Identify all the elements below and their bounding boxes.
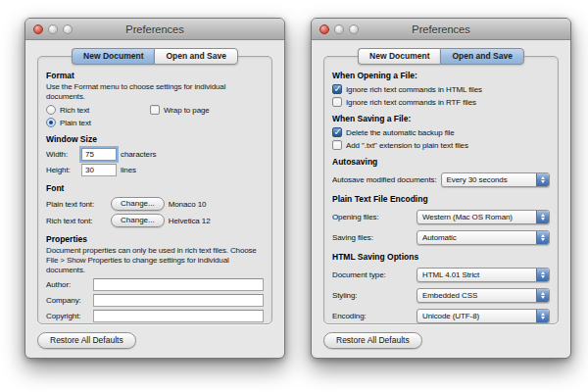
copyright-input[interactable] [93,310,264,322]
ignore-rich-html-checkbox[interactable] [332,84,342,94]
section-format: Format Use the Format menu to choose set… [46,71,264,127]
opening-files-label: Opening files: [332,213,413,221]
tab-bar: New Document Open and Save [312,48,570,65]
html-saving-heading: HTML Saving Options [332,252,550,263]
titlebar[interactable]: Preferences [25,19,284,40]
restore-defaults-button[interactable]: Restore All Defaults [37,332,136,349]
company-label: Company: [46,296,89,305]
properties-description: Document properties can only be used in … [46,246,264,275]
plain-font-value: Monaco 10 [169,200,207,209]
format-description: Use the Format menu to choose settings f… [46,82,264,102]
autosave-popup[interactable]: Every 30 seconds [441,172,550,187]
font-heading: Font [46,183,264,194]
html-encoding-label: Encoding: [332,312,413,320]
document-type-popup[interactable]: HTML 4.01 Strict [416,268,550,282]
company-input[interactable] [93,294,264,307]
section-properties: Properties Document properties can only … [46,234,264,322]
when-opening-heading: When Opening a File: [332,71,550,81]
rich-font-label: Rich text font: [46,217,107,225]
opening-files-popup[interactable]: Western (Mac OS Roman) [416,210,550,224]
saving-files-label: Saving files: [332,233,413,242]
popup-arrows-icon [536,269,549,281]
popup-arrows-icon [536,289,549,302]
tab-new-document[interactable]: New Document [358,48,440,65]
styling-popup[interactable]: Embedded CSS [416,288,550,303]
section-plain-text-encoding: Plain Text File Encoding Opening files: … [332,194,550,245]
section-when-opening: When Opening a File: Ignore rich text co… [332,71,550,107]
height-input[interactable] [81,164,117,176]
tab-panel-new-document: Format Use the Format menu to choose set… [37,56,272,324]
ignore-rich-rtf-checkbox[interactable] [332,97,342,107]
autosaving-heading: Autosaving [332,157,550,168]
window-size-heading: Window Size [46,134,264,145]
wrap-to-page-label: Wrap to page [164,106,210,115]
restore-defaults-button[interactable]: Restore All Defaults [323,332,422,349]
popup-arrows-icon [536,211,549,223]
change-plain-font-button[interactable]: Change... [111,197,165,211]
width-unit-label: characters [121,150,156,159]
rich-font-value: Helvetica 12 [169,217,211,225]
preferences-window-open-and-save: Preferences New Document Open and Save W… [311,18,571,359]
popup-arrows-icon [536,310,549,322]
styling-popup-value: Embedded CSS [417,291,482,300]
tab-open-and-save[interactable]: Open and Save [154,48,237,65]
section-when-saving: When Saving a File: Delete the automatic… [332,114,550,150]
copyright-label: Copyright: [46,312,89,320]
wrap-to-page-checkbox[interactable] [150,105,160,115]
delete-backup-checkbox[interactable] [332,127,342,137]
properties-heading: Properties [46,234,264,245]
html-encoding-popup-value: Unicode (UTF-8) [417,312,484,320]
desktop: Preferences New Document Open and Save F… [0,0,588,392]
width-label: Width: [46,150,77,159]
window-title: Preferences [312,24,570,35]
plain-text-label: Plain text [60,119,91,127]
autosave-label: Autosave modified documents: [332,175,437,184]
width-input[interactable] [81,148,117,161]
titlebar[interactable]: Preferences [312,19,570,40]
saving-files-popup-value: Automatic [417,233,462,242]
add-txt-extension-label: Add ".txt" extension to plain text files [346,141,468,150]
section-font: Font Plain text font: Change... Monaco 1… [46,183,264,227]
format-heading: Format [46,71,264,81]
section-window-size: Window Size Width: characters Height: li… [46,134,264,176]
height-unit-label: lines [121,166,136,174]
opening-files-popup-value: Western (Mac OS Roman) [417,213,517,221]
plain-font-label: Plain text font: [46,200,107,209]
ignore-rich-html-label: Ignore rich text commands in HTML files [346,85,482,94]
document-type-label: Document type: [332,270,413,279]
delete-backup-label: Delete the automatic backup file [346,128,455,137]
html-encoding-popup[interactable]: Unicode (UTF-8) [416,309,550,323]
popup-arrows-icon [536,173,549,186]
author-label: Author: [46,280,89,289]
rich-text-radio[interactable] [46,105,56,115]
change-rich-font-button[interactable]: Change... [111,214,165,227]
popup-arrows-icon [536,231,549,244]
tab-bar: New Document Open and Save [25,48,284,65]
styling-label: Styling: [332,291,413,300]
autosave-popup-value: Every 30 seconds [442,175,513,184]
author-input[interactable] [93,278,264,291]
preferences-window-new-document: Preferences New Document Open and Save F… [24,18,285,359]
add-txt-extension-checkbox[interactable] [332,140,342,150]
height-label: Height: [46,166,77,174]
tab-new-document[interactable]: New Document [72,48,154,65]
plain-text-radio[interactable] [46,118,56,127]
tab-panel-open-and-save: When Opening a File: Ignore rich text co… [323,56,559,324]
ignore-rich-rtf-label: Ignore rich text commands in RTF files [346,98,476,107]
rich-text-label: Rich text [60,106,89,115]
window-title: Preferences [25,24,284,35]
encoding-heading: Plain Text File Encoding [332,194,550,205]
section-html-saving: HTML Saving Options Document type: HTML … [332,252,550,324]
section-autosaving: Autosaving Autosave modified documents: … [332,157,550,187]
tab-open-and-save[interactable]: Open and Save [440,48,523,65]
document-type-popup-value: HTML 4.01 Strict [417,270,484,279]
when-saving-heading: When Saving a File: [332,114,550,124]
saving-files-popup[interactable]: Automatic [416,230,550,245]
